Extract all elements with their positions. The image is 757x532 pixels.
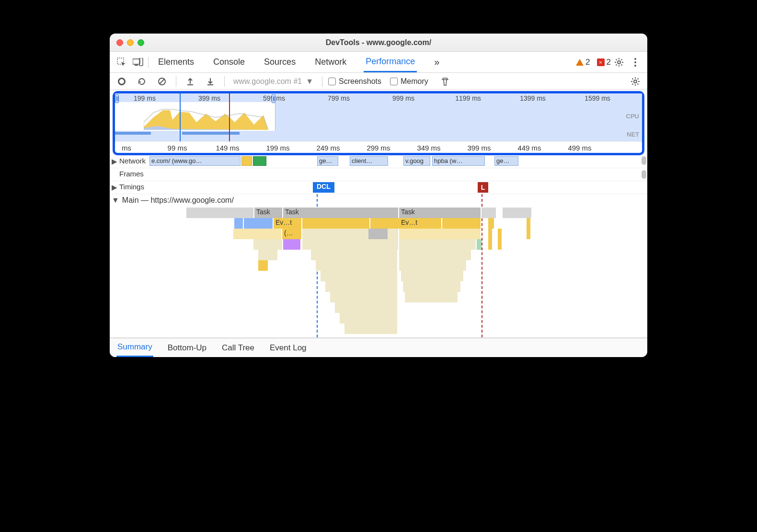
collapse-arrow-icon[interactable]: ▼: [112, 196, 119, 205]
details-tabs: Summary Bottom-Up Call Tree Event Log: [110, 338, 647, 357]
chevron-down-icon: ▼: [306, 77, 313, 86]
garbage-collect-icon[interactable]: [437, 73, 453, 90]
cpu-overview-chart: [144, 108, 268, 130]
titlebar: DevTools - www.google.com/: [110, 34, 647, 52]
svg-point-6: [634, 61, 636, 63]
detail-ruler[interactable]: ms 99 ms 149 ms 199 ms 249 ms 299 ms 349…: [115, 141, 642, 153]
svg-rect-2: [135, 65, 138, 66]
timeline-overview[interactable]: 199 ms 399 ms 599 ms 799 ms 999 ms 1199 …: [115, 93, 642, 141]
load-badge[interactable]: L: [478, 182, 488, 193]
window-title: DevTools - www.google.com/: [326, 38, 431, 47]
panel-tabs: Elements Console Sources Network Perform…: [110, 52, 647, 73]
device-toolbar-icon[interactable]: [130, 54, 146, 70]
svg-point-4: [618, 61, 620, 64]
upload-profile-icon[interactable]: [182, 73, 198, 90]
overview-dcl-marker: [180, 93, 181, 141]
error-icon: ×: [597, 58, 605, 66]
dcl-badge[interactable]: DCL: [313, 182, 334, 193]
tab-call-tree[interactable]: Call Tree: [221, 338, 255, 357]
tab-summary[interactable]: Summary: [116, 338, 153, 357]
tab-event-log[interactable]: Event Log: [269, 338, 308, 357]
svg-point-12: [634, 80, 637, 83]
flame-chart[interactable]: Task Task Task Ev…t Ev…t (…: [110, 208, 647, 337]
network-request[interactable]: client…: [350, 156, 388, 166]
network-request[interactable]: ge…: [494, 156, 518, 166]
overview-load-marker: [229, 93, 230, 141]
cpu-label: CPU: [626, 113, 639, 120]
reload-record-icon[interactable]: [134, 73, 150, 90]
minimize-window-button[interactable]: [127, 39, 134, 46]
svg-rect-1: [133, 59, 140, 64]
tab-bottom-up[interactable]: Bottom-Up: [167, 338, 207, 357]
main-thread-track[interactable]: ▼ Main — https://www.google.com/ Task Ta…: [110, 194, 647, 338]
net-overview-bar: [115, 131, 275, 136]
zoom-window-button[interactable]: [138, 39, 144, 46]
inspect-element-icon[interactable]: [114, 54, 130, 70]
network-request[interactable]: v.goog: [403, 156, 430, 166]
performance-toolbar: www.google.com #1 ▼ Screenshots Memory: [110, 73, 647, 90]
capture-settings-gear-icon[interactable]: [627, 73, 643, 90]
svg-point-7: [634, 65, 636, 67]
tab-elements[interactable]: Elements: [156, 52, 196, 72]
devtools-window: DevTools - www.google.com/ Elements Cons…: [110, 34, 647, 357]
overview-range-handle-left[interactable]: [115, 94, 119, 103]
tab-sources[interactable]: Sources: [262, 52, 298, 72]
tab-console[interactable]: Console: [211, 52, 247, 72]
tabs-overflow-icon[interactable]: »: [432, 52, 441, 72]
close-window-button[interactable]: [116, 39, 123, 46]
record-button[interactable]: [114, 73, 130, 90]
expand-arrow-icon[interactable]: ▶: [110, 181, 119, 194]
tab-performance[interactable]: Performance: [364, 52, 417, 72]
warning-icon: [576, 59, 584, 66]
net-label: NET: [627, 131, 639, 138]
screenshots-checkbox[interactable]: Screenshots: [328, 77, 386, 86]
errors-count[interactable]: × 2: [597, 58, 611, 67]
timings-track[interactable]: ▶ Timings DCL L: [110, 181, 647, 194]
network-request[interactable]: [253, 156, 266, 166]
svg-line-9: [160, 79, 164, 84]
network-request[interactable]: ge…: [317, 156, 338, 166]
frames-track[interactable]: Frames: [110, 168, 647, 181]
network-track[interactable]: ▶ Network e.com/ (www.go… ge… client… v.…: [110, 155, 647, 168]
clear-icon[interactable]: [154, 73, 170, 90]
settings-gear-icon[interactable]: [611, 54, 627, 70]
kebab-menu-icon[interactable]: [627, 54, 643, 70]
warnings-count[interactable]: 2: [576, 58, 590, 67]
tab-network[interactable]: Network: [313, 52, 348, 72]
network-request[interactable]: [241, 156, 252, 166]
expand-arrow-icon[interactable]: ▶: [110, 155, 119, 168]
timeline-overview-highlight: 199 ms 399 ms 599 ms 799 ms 999 ms 1199 …: [113, 91, 644, 155]
profile-select[interactable]: www.google.com #1 ▼: [230, 77, 316, 86]
memory-checkbox[interactable]: Memory: [390, 77, 433, 86]
download-profile-icon[interactable]: [202, 73, 218, 90]
svg-point-5: [634, 58, 636, 60]
network-request[interactable]: e.com/ (www.go…: [149, 156, 241, 166]
overview-range-handle-right[interactable]: [272, 94, 275, 103]
scrollbar-thumb[interactable]: [642, 170, 646, 179]
scrollbar-thumb[interactable]: [642, 156, 646, 165]
overview-ticks: 199 ms 399 ms 599 ms 799 ms 999 ms 1199 …: [115, 94, 642, 102]
network-request[interactable]: hpba (w…: [432, 156, 485, 166]
window-controls: [116, 39, 144, 46]
main-track-label: Main — https://www.google.com/: [122, 196, 234, 205]
